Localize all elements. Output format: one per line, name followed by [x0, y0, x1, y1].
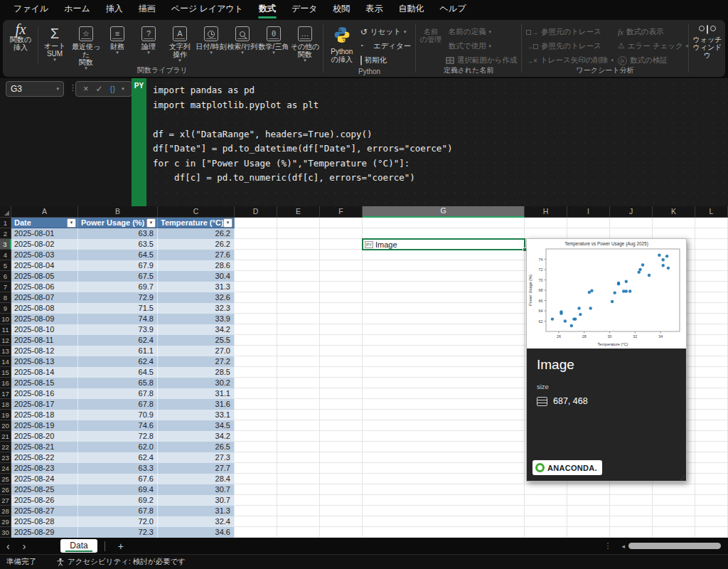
cell-L1[interactable]	[695, 218, 728, 228]
cell-F1[interactable]	[320, 218, 363, 228]
sheetbar-handle[interactable]: ⋮	[604, 541, 621, 551]
cell-E13[interactable]	[277, 346, 320, 356]
cell-K27[interactable]	[653, 495, 695, 506]
cell-B22[interactable]: 62.0	[78, 442, 158, 452]
cell-C12[interactable]: 25.5	[158, 335, 235, 346]
row-header-22[interactable]: 22	[0, 442, 11, 452]
row-header-7[interactable]: 7	[0, 282, 11, 292]
cell-D12[interactable]	[235, 335, 277, 346]
cell-I27[interactable]	[567, 495, 610, 506]
cell-L4[interactable]	[695, 250, 728, 260]
chevron-down-icon[interactable]: ▾	[122, 87, 124, 91]
cell-C19[interactable]: 33.1	[158, 410, 235, 420]
cell-A19[interactable]: 2025-08-18	[11, 410, 78, 420]
cell-C14[interactable]: 27.2	[158, 356, 235, 367]
cell-G11[interactable]	[363, 324, 525, 335]
cell-G30[interactable]	[363, 527, 525, 538]
cell-F9[interactable]	[320, 303, 363, 314]
cell-C26[interactable]: 30.7	[158, 484, 235, 495]
cell-A21[interactable]: 2025-08-20	[11, 431, 78, 442]
cell-B13[interactable]: 61.1	[78, 346, 158, 356]
cell-H27[interactable]	[525, 495, 567, 506]
cell-G6[interactable]	[363, 271, 525, 282]
cell-A10[interactable]: 2025-08-09	[11, 314, 78, 324]
cell-E29[interactable]	[277, 516, 320, 527]
sheet-nav-right-icon[interactable]: ›	[16, 539, 33, 553]
cell-F11[interactable]	[320, 324, 363, 335]
filter-button[interactable]: ▼	[146, 218, 156, 228]
cell-A24[interactable]: 2025-08-23	[11, 463, 78, 474]
cell-G1[interactable]	[363, 218, 525, 228]
button-日付/時刻[interactable]: 日付/時刻▾	[196, 23, 227, 55]
cell-D19[interactable]	[235, 410, 277, 420]
cell-G12[interactable]	[363, 335, 525, 346]
ribbon-tab-描画[interactable]: 描画	[131, 0, 164, 19]
row-header-21[interactable]: 21	[0, 431, 11, 442]
column-header-D[interactable]: D	[235, 206, 277, 218]
row-header-17[interactable]: 17	[0, 388, 11, 399]
cell-I29[interactable]	[567, 516, 610, 527]
cell-E10[interactable]	[277, 314, 320, 324]
row-header-29[interactable]: 29	[0, 516, 11, 527]
cell-A8[interactable]: 2025-08-07	[11, 292, 78, 303]
cell-C18[interactable]: 31.6	[158, 399, 235, 410]
cell-F8[interactable]	[320, 292, 363, 303]
cell-K29[interactable]	[653, 516, 695, 527]
cell-C9[interactable]: 32.3	[158, 303, 235, 314]
cell-A16[interactable]: 2025-08-15	[11, 378, 78, 388]
cell-B20[interactable]: 74.6	[78, 420, 158, 431]
select-all-corner[interactable]	[0, 206, 11, 218]
cell-A30[interactable]: 2025-08-29	[11, 527, 78, 538]
row-header-19[interactable]: 19	[0, 410, 11, 420]
code-line-1[interactable]: import pandas as pd	[153, 83, 722, 98]
cell-F19[interactable]	[320, 410, 363, 420]
cell-D6[interactable]	[235, 271, 277, 282]
sheet-tab-data[interactable]: Data	[60, 539, 97, 553]
cell-A25[interactable]: 2025-08-24	[11, 474, 78, 484]
cell-I26[interactable]	[567, 484, 610, 495]
cell-C13[interactable]: 27.0	[158, 346, 235, 356]
row-header-4[interactable]: 4	[0, 250, 11, 260]
column-header-F[interactable]: F	[320, 206, 363, 218]
cell-L10[interactable]	[695, 314, 728, 324]
cell-F10[interactable]	[320, 314, 363, 324]
cell-D10[interactable]	[235, 314, 277, 324]
cell-A20[interactable]: 2025-08-19	[11, 420, 78, 431]
cell-C15[interactable]: 28.5	[158, 367, 235, 378]
cell-F15[interactable]	[320, 367, 363, 378]
cell-L21[interactable]	[695, 431, 728, 442]
cell-C17[interactable]: 31.1	[158, 388, 235, 399]
cell-L15[interactable]	[695, 367, 728, 378]
ribbon-tab-ホーム[interactable]: ホーム	[56, 0, 98, 19]
code-line-7[interactable]: df[c] = pd.to_numeric(df[c], errors="coe…	[153, 171, 722, 186]
button-リセット[interactable]: ↺リセット▾	[358, 26, 413, 38]
cell-D11[interactable]	[235, 324, 277, 335]
cell-C21[interactable]: 34.2	[158, 431, 235, 442]
cell-D28[interactable]	[235, 506, 277, 516]
cell-C11[interactable]: 34.2	[158, 324, 235, 335]
cell-L16[interactable]	[695, 378, 728, 388]
cell-L8[interactable]	[695, 292, 728, 303]
cell-C10[interactable]: 33.9	[158, 314, 235, 324]
selected-cell-outline[interactable]: PYImage	[362, 238, 525, 250]
cell-H28[interactable]	[525, 506, 567, 516]
cell-E17[interactable]	[277, 388, 320, 399]
cell-B18[interactable]: 67.8	[78, 399, 158, 410]
cell-B5[interactable]: 67.9	[78, 260, 158, 271]
cell-G5[interactable]	[363, 260, 525, 271]
scroll-left-icon[interactable]: ◂	[621, 543, 625, 550]
cell-F24[interactable]	[320, 463, 363, 474]
cell-E16[interactable]	[277, 378, 320, 388]
cell-B16[interactable]: 65.8	[78, 378, 158, 388]
cell-A11[interactable]: 2025-08-10	[11, 324, 78, 335]
scrollbar-thumb[interactable]	[628, 543, 721, 549]
accessibility-status[interactable]: アクセシビリティ: 検討が必要です	[56, 557, 186, 567]
cell-D3[interactable]	[235, 239, 277, 250]
cell-B12[interactable]: 62.4	[78, 335, 158, 346]
cell-G13[interactable]	[363, 346, 525, 356]
cell-L13[interactable]	[695, 346, 728, 356]
button-最近使った-関数[interactable]: ☆最近使った 関数▾	[70, 23, 102, 70]
cell-J26[interactable]	[610, 484, 653, 495]
cell-L29[interactable]	[695, 516, 728, 527]
cell-F2[interactable]	[320, 228, 363, 239]
